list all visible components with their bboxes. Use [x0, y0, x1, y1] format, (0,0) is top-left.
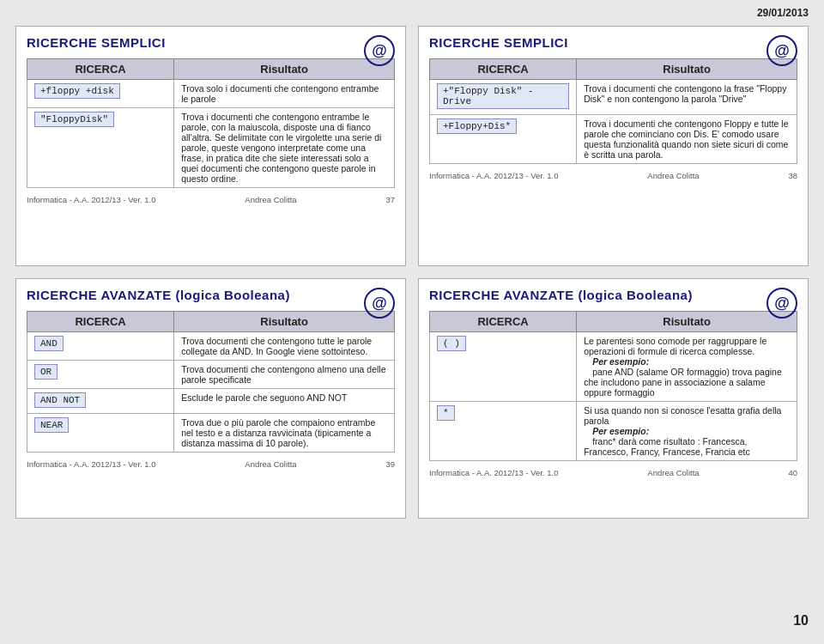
result-cell: Si usa quando non si conosce l'esatta gr…	[577, 402, 797, 461]
search-term-cell: +"Floppy Disk" - Drive	[430, 80, 577, 115]
search-value: +Floppy+Dis*	[437, 118, 517, 134]
bottom-left-col-search: RICERCA	[27, 312, 174, 332]
search-value: NEAR	[34, 417, 69, 433]
search-term-cell: "FloppyDisk"	[27, 108, 174, 188]
search-term-cell: ( )	[430, 332, 577, 402]
search-term-cell: +floppy +disk	[27, 80, 174, 108]
at-icon-bottom-left: @	[364, 288, 395, 319]
search-value: "FloppyDisk"	[34, 112, 114, 127]
footer-left: Informatica - A.A. 2012/13 - Ver. 1.0	[429, 171, 559, 180]
search-term-cell: AND NOT	[27, 389, 174, 414]
result-cell: Trova i documenti che contengono entramb…	[174, 108, 395, 188]
bottom-left-title: RICERCHE AVANZATE (logica Booleana)	[27, 288, 395, 302]
table-row: NEAR Trova due o più parole che compaion…	[27, 414, 395, 453]
top-left-panel: RICERCHE SEMPLICI @ RICERCA Risultato +f…	[15, 26, 406, 266]
bottom-left-panel: RICERCHE AVANZATE (logica Booleana) @ RI…	[15, 278, 406, 519]
search-value: OR	[34, 364, 58, 380]
bottom-left-footer: Informatica - A.A. 2012/13 - Ver. 1.0 An…	[27, 459, 395, 469]
example-label: Per esempio:	[592, 426, 649, 436]
footer-left: Informatica - A.A. 2012/13 - Ver. 1.0	[429, 468, 559, 477]
top-right-title: RICERCHE SEMPLICI	[429, 35, 797, 50]
at-icon-top-left: @	[364, 35, 395, 66]
table-row: ( ) Le parentesi sono comode per raggrup…	[430, 332, 797, 402]
top-left-col-result: Risultato	[174, 59, 395, 80]
result-cell: Trova solo i documenti che contengono en…	[174, 80, 395, 108]
bottom-right-footer: Informatica - A.A. 2012/13 - Ver. 1.0 An…	[429, 468, 797, 477]
result-cell: Trova i documenti che contengono la fras…	[577, 80, 797, 115]
page-number: 10	[793, 613, 809, 629]
table-row: +Floppy+Dis* Trova i documenti che conte…	[430, 115, 797, 164]
footer-right: 39	[385, 459, 395, 469]
search-value: *	[437, 405, 455, 421]
table-row: +floppy +disk Trova solo i documenti che…	[27, 80, 395, 108]
footer-mid: Andrea Colitta	[245, 459, 296, 469]
result-cell: Le parentesi sono comode per raggruppare…	[577, 332, 797, 402]
table-row: AND Trova documenti che contengono tutte…	[27, 332, 395, 361]
table-row: AND NOT Esclude le parole che seguono AN…	[27, 389, 395, 414]
table-row: "FloppyDisk" Trova i documenti che conte…	[27, 108, 395, 188]
search-value: ( )	[437, 336, 466, 351]
bottom-left-table: RICERCA Risultato AND Trova documenti ch…	[27, 311, 395, 453]
top-left-footer: Informatica - A.A. 2012/13 - Ver. 1.0 An…	[27, 195, 395, 204]
search-value: AND	[34, 336, 64, 351]
search-term-cell: NEAR	[27, 414, 174, 453]
footer-mid: Andrea Colitta	[647, 468, 699, 477]
top-left-title: RICERCHE SEMPLICI	[27, 35, 395, 50]
example-text: franc* darà come risultato : Francesca, …	[584, 436, 750, 457]
search-value: AND NOT	[34, 392, 86, 408]
top-right-panel: RICERCHE SEMPLICI @ RICERCA Risultato +"…	[418, 26, 809, 266]
top-right-col-result: Risultato	[577, 59, 797, 80]
at-icon-top-right: @	[766, 35, 797, 66]
result-intro: Si usa quando non si conosce l'esatta gr…	[584, 405, 781, 426]
table-row: +"Floppy Disk" - Drive Trova i documenti…	[430, 80, 797, 115]
result-cell: Trova documenti che contengono tutte le …	[174, 332, 395, 361]
at-icon-bottom-right: @	[766, 288, 797, 319]
footer-left: Informatica - A.A. 2012/13 - Ver. 1.0	[27, 459, 156, 469]
footer-right: 40	[788, 468, 797, 477]
example-text: pane AND (salame OR formaggio) trova pag…	[584, 367, 782, 398]
bottom-right-table: RICERCA Risultato ( ) Le parentesi sono …	[429, 311, 797, 461]
example-label: Per esempio:	[592, 356, 649, 367]
search-term-cell: OR	[27, 361, 174, 389]
search-term-cell: AND	[27, 332, 174, 361]
result-cell: Trova documenti che contengono almeno un…	[174, 361, 395, 389]
bottom-right-panel: RICERCHE AVANZATE (logica Booleana) @ RI…	[418, 278, 809, 519]
bottom-right-title: RICERCHE AVANZATE (logica Booleana)	[429, 288, 797, 302]
bottom-right-col-result: Risultato	[577, 312, 797, 332]
result-cell: Trova i documenti che contengono Floppy …	[577, 115, 797, 164]
top-right-footer: Informatica - A.A. 2012/13 - Ver. 1.0 An…	[429, 171, 797, 180]
search-term-cell: +Floppy+Dis*	[430, 115, 577, 164]
footer-left: Informatica - A.A. 2012/13 - Ver. 1.0	[27, 195, 156, 204]
result-cell: Esclude le parole che seguono AND NOT	[174, 389, 395, 414]
top-right-table: RICERCA Risultato +"Floppy Disk" - Drive…	[429, 58, 797, 164]
table-row: * Si usa quando non si conosce l'esatta …	[430, 402, 797, 461]
table-row: OR Trova documenti che contengono almeno…	[27, 361, 395, 389]
result-cell: Trova due o più parole che compaiono ent…	[174, 414, 395, 453]
top-left-col-search: RICERCA	[27, 59, 174, 80]
top-right-col-search: RICERCA	[430, 59, 577, 80]
footer-mid: Andrea Colitta	[245, 195, 296, 204]
footer-right: 38	[788, 171, 797, 180]
top-left-table: RICERCA Risultato +floppy +disk Trova so…	[27, 58, 395, 188]
date-label: 29/01/2013	[757, 7, 809, 19]
search-value: +"Floppy Disk" - Drive	[437, 83, 569, 109]
search-value: +floppy +disk	[34, 83, 120, 99]
footer-mid: Andrea Colitta	[647, 171, 699, 180]
bottom-right-col-search: RICERCA	[430, 312, 577, 332]
footer-right: 37	[385, 195, 395, 204]
search-term-cell: *	[430, 402, 577, 461]
result-intro: Le parentesi sono comode per raggruppare…	[584, 336, 766, 356]
bottom-left-col-result: Risultato	[174, 312, 395, 332]
